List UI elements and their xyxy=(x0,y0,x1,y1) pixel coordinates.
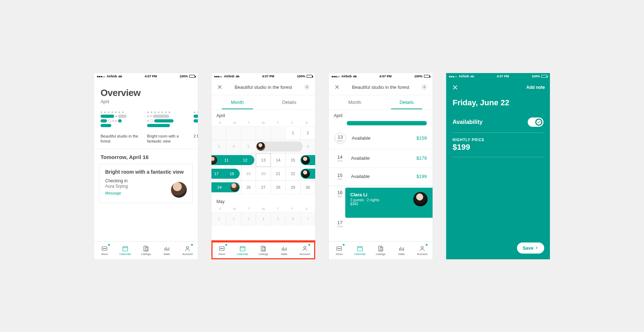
booking-pill[interactable]: 1112 xyxy=(211,155,254,165)
card-listing-name: Bright room with a fantastic view xyxy=(105,169,187,175)
svg-rect-15 xyxy=(263,247,266,251)
calendar-day[interactable]: 28 xyxy=(271,181,286,194)
page-title: Overview xyxy=(101,87,191,98)
tab-stats[interactable]: Stats xyxy=(156,242,177,259)
svg-point-20 xyxy=(339,248,340,249)
view-tabs: Month Details xyxy=(329,95,433,110)
calendar-day[interactable]: 4 xyxy=(226,140,241,153)
calendar-day[interactable]: 30 xyxy=(301,181,315,194)
listings-overview-scroller[interactable]: Beautiful studio in the forest Bright ro… xyxy=(94,106,198,144)
tab-calendar[interactable]: Calendar xyxy=(115,242,136,259)
close-icon[interactable] xyxy=(333,83,341,91)
title-bar: Beautiful studio in the forest xyxy=(329,80,433,95)
calendar-day[interactable]: 3 xyxy=(211,140,226,153)
tab-listings[interactable]: Listings xyxy=(253,242,274,259)
booking-pill[interactable] xyxy=(256,141,302,151)
tab-month[interactable]: Month xyxy=(211,95,263,109)
gear-icon[interactable] xyxy=(420,83,428,91)
availability-row[interactable]: 13WEDAvailable$159 xyxy=(329,127,433,149)
calendar-day[interactable]: 21 xyxy=(271,167,286,181)
tab-account[interactable]: Account xyxy=(177,242,198,259)
calendar-day[interactable] xyxy=(271,126,286,140)
calendar-day[interactable]: 26 xyxy=(241,181,256,194)
calendar-day[interactable]: 14 xyxy=(271,153,286,167)
day-of-week: SUN xyxy=(335,225,345,228)
svg-point-19 xyxy=(338,248,338,249)
status-bar: Airbnb 4:07 PM 100% xyxy=(94,73,198,80)
calendar-day[interactable] xyxy=(241,126,256,140)
calendar-day[interactable]: 19 xyxy=(241,167,256,181)
calendar-day[interactable]: 13 xyxy=(256,153,270,167)
svg-point-10 xyxy=(220,248,221,249)
calendar-day[interactable] xyxy=(226,126,241,140)
listing-overview-card[interactable]: Bright room with a fantastic view xyxy=(147,111,186,144)
tab-inbox[interactable]: Inbox xyxy=(94,242,115,259)
tab-calendar[interactable]: Calendar xyxy=(350,242,370,259)
svg-point-16 xyxy=(304,246,306,249)
listing-overview-card[interactable]: 2 B co xyxy=(194,111,198,144)
guest-avatar[interactable] xyxy=(413,192,428,206)
tab-bar: InboxCalendarListingsStatsAccount xyxy=(211,241,315,259)
booking-card[interactable]: Clara Li 3 guests · 2 nights $345 xyxy=(345,188,433,218)
svg-point-3 xyxy=(105,248,106,249)
price-section-label: NIGHTLY PRICE xyxy=(446,133,550,143)
calendar-day[interactable]: 27 xyxy=(256,181,270,194)
calendar-day[interactable] xyxy=(211,126,226,140)
svg-point-7 xyxy=(186,246,189,249)
tab-inbox[interactable]: Inbox xyxy=(329,242,350,259)
nightly-price[interactable]: $199 xyxy=(446,143,550,157)
calendar-day[interactable]: 29 xyxy=(286,181,300,194)
calendar-day[interactable]: 5 xyxy=(241,140,256,153)
tab-inbox[interactable]: Inbox xyxy=(211,242,232,259)
day-of-week: SAT xyxy=(335,195,345,198)
svg-rect-6 xyxy=(146,247,148,251)
tab-stats[interactable]: Stats xyxy=(391,242,412,259)
add-note-button[interactable]: Add note xyxy=(526,85,545,90)
tab-details[interactable]: Details xyxy=(381,95,433,109)
calendar-day[interactable]: 15 xyxy=(286,153,300,167)
reservation-card[interactable]: Bright room with a fantastic view Checki… xyxy=(99,164,193,203)
booking-pill[interactable] xyxy=(301,169,315,179)
availability-toggle[interactable] xyxy=(528,117,543,127)
guest-avatar[interactable] xyxy=(171,182,187,198)
tab-month[interactable]: Month xyxy=(329,95,381,109)
availability-label: Availability xyxy=(453,119,483,125)
booking-pill[interactable]: 24 xyxy=(211,182,240,192)
listing-title: Beautiful studio in the forest xyxy=(224,85,303,90)
battery-icon xyxy=(189,75,195,78)
close-icon[interactable] xyxy=(216,83,224,91)
wifi-icon xyxy=(470,74,474,78)
svg-point-25 xyxy=(421,246,423,249)
tab-bar: InboxCalendarListingsStatsAccount xyxy=(94,241,198,259)
screen-calendar-details: Airbnb 4:07 PM 100% Beautiful studio in … xyxy=(329,73,433,259)
svg-rect-4 xyxy=(123,246,128,251)
calendar-day[interactable]: 22 xyxy=(286,167,300,181)
save-button[interactable]: Save xyxy=(517,242,544,254)
wifi-icon xyxy=(353,74,357,78)
calendar-day[interactable]: 20 xyxy=(256,167,270,181)
card-status: Checking in xyxy=(105,178,187,183)
calendar-day[interactable] xyxy=(256,126,270,140)
tab-calendar[interactable]: Calendar xyxy=(232,242,253,259)
prior-booking-strip[interactable] xyxy=(347,121,427,125)
gear-icon[interactable] xyxy=(303,83,311,91)
calendar-day[interactable]: 1 xyxy=(286,126,300,140)
calendar-day[interactable]: 9 xyxy=(301,140,315,153)
tab-details[interactable]: Details xyxy=(263,95,315,109)
wifi-icon xyxy=(236,74,239,78)
booking-pill[interactable] xyxy=(301,155,315,165)
svg-point-2 xyxy=(104,248,105,249)
tab-account[interactable]: Account xyxy=(294,242,315,259)
booking-pill[interactable]: 1718 xyxy=(211,169,240,179)
day-number: 17 xyxy=(335,220,345,225)
availability-row[interactable]: 14THUAvailable$179 xyxy=(329,149,433,168)
tab-listings[interactable]: Listings xyxy=(136,242,156,259)
tab-stats[interactable]: Stats xyxy=(274,242,294,259)
tab-listings[interactable]: Listings xyxy=(370,242,391,259)
svg-rect-24 xyxy=(380,247,383,251)
calendar-day[interactable]: 2 xyxy=(301,126,315,140)
listing-overview-card[interactable]: Beautiful studio in the forest xyxy=(101,111,139,144)
availability-row[interactable]: 15FRIAvailable$199 xyxy=(329,168,433,186)
close-icon[interactable] xyxy=(451,83,459,91)
tab-account[interactable]: Account xyxy=(412,242,433,259)
